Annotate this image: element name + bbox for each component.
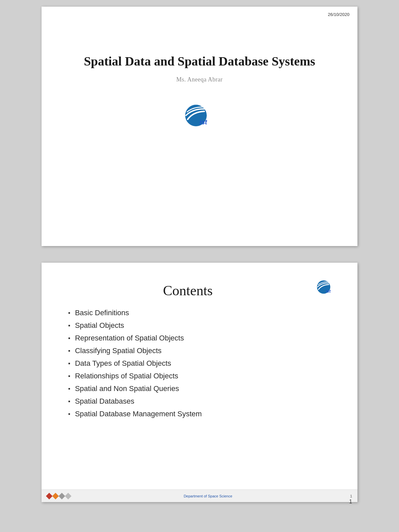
list-item: Spatial Objects xyxy=(68,321,337,330)
list-item: Classifying Spatial Objects xyxy=(68,346,337,355)
ist-logo-large: ist xyxy=(181,103,218,130)
bottom-bar: Department of Space Science 1 xyxy=(42,489,357,502)
outer-page-number: 1 xyxy=(349,499,352,505)
ist-logo-small: ist xyxy=(314,279,337,296)
nav-diamond-2[interactable] xyxy=(52,493,59,499)
list-item: Spatial Database Management System xyxy=(68,410,337,418)
slide-2: Contents ist Basic DefinitionsSpatial Ob… xyxy=(42,263,357,502)
date-stamp: 26/10/2020 xyxy=(328,12,349,17)
list-item: Representation of Spatial Objects xyxy=(68,334,337,342)
contents-title: Contents xyxy=(62,279,314,299)
svg-text:ist: ist xyxy=(200,118,207,126)
nav-diamond-1[interactable] xyxy=(46,493,53,499)
svg-text:ist: ist xyxy=(326,289,331,294)
list-item: Spatial Databases xyxy=(68,397,337,406)
nav-diamonds xyxy=(47,494,70,498)
nav-diamond-3[interactable] xyxy=(59,493,65,499)
list-item: Data Types of Spatial Objects xyxy=(68,359,337,368)
dept-label: Department of Space Science xyxy=(70,494,345,498)
main-title: Spatial Data and Spatial Database System… xyxy=(84,53,315,69)
author-label: Ms. Aneeqa Abrar xyxy=(176,76,222,83)
slide-1: 26/10/2020 Spatial Data and Spatial Data… xyxy=(42,7,357,246)
list-item: Relationships of Spatial Objects xyxy=(68,372,337,380)
contents-list: Basic DefinitionsSpatial ObjectsRepresen… xyxy=(68,309,337,418)
page-number: 1 xyxy=(345,494,352,498)
list-item: Basic Definitions xyxy=(68,309,337,317)
slide-1-content: Spatial Data and Spatial Database System… xyxy=(62,53,337,130)
slide-2-header: Contents ist xyxy=(62,279,337,299)
list-item: Spatial and Non Spatial Queries xyxy=(68,384,337,393)
